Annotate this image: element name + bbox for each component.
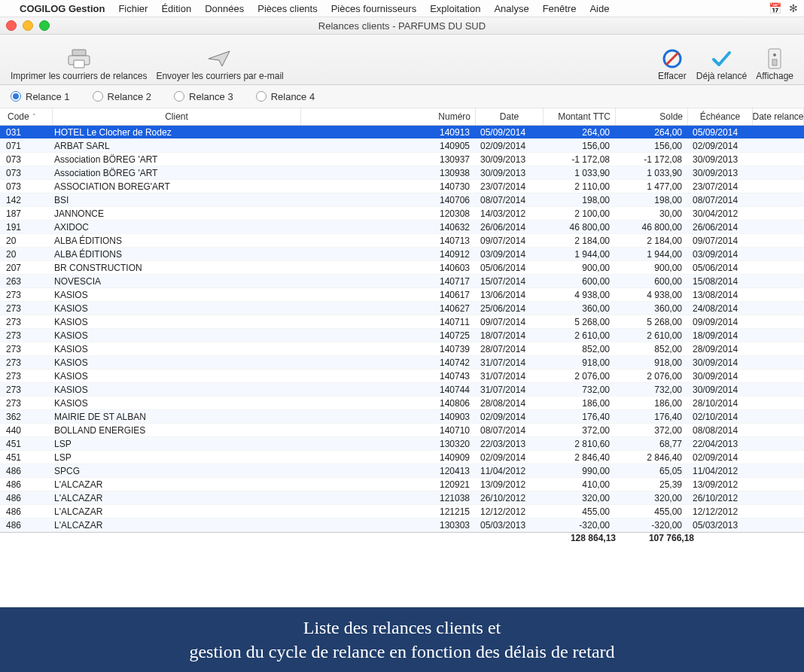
cell-solde: 600,00 (616, 275, 688, 287)
cell-solde: 732,00 (616, 383, 688, 396)
print-label: Imprimer les courriers de relances (11, 71, 147, 81)
col-montant[interactable]: Montant TTC (544, 108, 616, 125)
app-name[interactable]: COGILOG Gestion (20, 3, 105, 14)
table-row[interactable]: 486L'ALCAZAR13030305/03/2013-320,00-320,… (0, 518, 804, 532)
cell-code: 273 (0, 315, 53, 328)
cell-client: ALBA ÉDITIONS (53, 234, 301, 247)
cell-solde: 68,77 (616, 437, 688, 450)
table-row[interactable]: 191AXIDOC14063226/06/201446 800,0046 800… (0, 220, 804, 234)
table-row[interactable]: 20ALBA ÉDITIONS14071309/07/20142 184,002… (0, 234, 804, 248)
table-row[interactable]: 273KASIOS14073928/07/2014852,00852,0028/… (0, 342, 804, 356)
menu-analyse[interactable]: Analyse (494, 3, 528, 14)
col-code[interactable]: Code˄ (0, 108, 53, 125)
menu-fenetre[interactable]: Fenêtre (543, 3, 577, 14)
cell-date: 31/07/2014 (476, 356, 544, 369)
table-row[interactable]: 451LSP14090902/09/20142 846,402 846,4002… (0, 451, 804, 464)
cell-montant: 990,00 (544, 464, 616, 477)
cell-montant: 852,00 (544, 342, 616, 355)
table-row[interactable]: 142BSI14070608/07/2014198,00198,0008/07/… (0, 193, 804, 207)
cell-echeance: 26/06/2014 (688, 220, 753, 233)
table-row[interactable]: 273KASIOS14062725/06/2014360,00360,0024/… (0, 302, 804, 315)
table-row[interactable]: 273KASIOS14074331/07/20142 076,002 076,0… (0, 369, 804, 383)
cell-echeance: 26/10/2012 (688, 491, 753, 504)
table-row[interactable]: 486L'ALCAZAR12092113/09/2012410,0025,391… (0, 478, 804, 491)
table-row[interactable]: 486SPCG12041311/04/2012990,0065,0511/04/… (0, 464, 804, 478)
cell-code: 440 (0, 424, 53, 436)
cell-echeance: 02/09/2014 (688, 451, 753, 464)
menu-fichier[interactable]: Fichier (118, 3, 148, 14)
table-row[interactable]: 362MAIRIE DE ST ALBAN14090302/09/2014176… (0, 410, 804, 424)
col-numero[interactable]: Numéro (301, 108, 476, 125)
table-row[interactable]: 073ASSOCIATION BOREG'ART14073023/07/2014… (0, 180, 804, 193)
menu-pieces-fournisseurs[interactable]: Pièces fournisseurs (331, 3, 416, 14)
table-row[interactable]: 263NOVESCIA14071715/07/2014600,00600,001… (0, 275, 804, 288)
cell-date-relance (753, 315, 804, 328)
clear-button[interactable]: Effacer (653, 47, 692, 81)
table-row[interactable]: 073Association BÖREG 'ART13093830/09/201… (0, 166, 804, 180)
cell-date-relance (753, 275, 804, 287)
table-row[interactable]: 273KASIOS14074231/07/2014918,00918,0030/… (0, 356, 804, 369)
cell-code: 031 (0, 126, 53, 138)
table-row[interactable]: 486L'ALCAZAR12103826/10/2012320,00320,00… (0, 491, 804, 505)
table-row[interactable]: 451LSP13032022/03/20132 810,6068,7722/04… (0, 437, 804, 451)
cell-solde: 25,39 (616, 478, 688, 491)
col-solde[interactable]: Solde (616, 108, 688, 125)
menubar-calendar-icon[interactable]: 📅 (769, 2, 781, 14)
col-date-relance[interactable]: Date relance (753, 108, 804, 125)
table-row[interactable]: 071ARBAT SARL14090502/09/2014156,00156,0… (0, 139, 804, 153)
email-button[interactable]: Envoyer les courriers par e-mail (151, 47, 288, 81)
cell-solde: 2 184,00 (616, 234, 688, 247)
radio-relance-3[interactable]: Relance 3 (174, 91, 233, 102)
radio-relance-4[interactable]: Relance 4 (256, 91, 315, 102)
cell-date-relance (753, 342, 804, 355)
cell-date-relance (753, 356, 804, 369)
cell-client: ASSOCIATION BOREG'ART (53, 180, 301, 193)
radio-relance-1[interactable]: Relance 1 (11, 91, 70, 102)
radio-relance-2[interactable]: Relance 2 (93, 91, 152, 102)
table-row[interactable]: 207BR CONSTRUCTION14060305/06/2014900,00… (0, 261, 804, 275)
menu-exploitation[interactable]: Exploitation (430, 3, 480, 14)
table-row[interactable]: 273KASIOS14074431/07/2014732,00732,0030/… (0, 383, 804, 397)
menubar-gear-icon[interactable]: ✻ (789, 2, 798, 14)
cell-echeance: 30/04/2012 (688, 207, 753, 220)
cell-montant: 46 800,00 (544, 220, 616, 233)
cell-client: Association BÖREG 'ART (53, 153, 301, 166)
table-row[interactable]: 187JANNONCE12030814/03/20122 100,0030,00… (0, 207, 804, 220)
cell-echeance: 03/09/2014 (688, 248, 753, 260)
cell-montant: 918,00 (544, 356, 616, 369)
menu-edition[interactable]: Édition (161, 3, 191, 14)
table-row[interactable]: 20ALBA ÉDITIONS14091203/09/20141 944,001… (0, 248, 804, 261)
table-row[interactable]: 486L'ALCAZAR12121512/12/2012455,00455,00… (0, 505, 804, 518)
cell-code: 071 (0, 139, 53, 152)
cell-code: 362 (0, 410, 53, 423)
menu-aide[interactable]: Aide (589, 3, 609, 14)
table-row[interactable]: 273KASIOS14072518/07/20142 610,002 610,0… (0, 329, 804, 342)
cell-client: Association BÖREG 'ART (53, 166, 301, 179)
col-client[interactable]: Client (53, 108, 301, 125)
cell-client: ALBA ÉDITIONS (53, 248, 301, 260)
display-button[interactable]: Affichage (751, 47, 798, 81)
table-row[interactable]: 273KASIOS14071109/07/20145 268,005 268,0… (0, 315, 804, 329)
col-date[interactable]: Date (476, 108, 544, 125)
cell-code: 486 (0, 505, 53, 518)
cell-date: 26/06/2014 (476, 220, 544, 233)
table-row[interactable]: 440BOLLAND ENERGIES14071008/07/2014372,0… (0, 424, 804, 437)
cell-client: AXIDOC (53, 220, 301, 233)
print-button[interactable]: Imprimer les courriers de relances (6, 47, 151, 81)
table-row[interactable]: 273KASIOS14080628/08/2014186,00186,0028/… (0, 397, 804, 410)
menu-pieces-clients[interactable]: Pièces clients (257, 3, 317, 14)
table-row[interactable]: 073Association BÖREG 'ART13093730/09/201… (0, 153, 804, 166)
table-row[interactable]: 031HOTEL Le Clocher de Rodez14091305/09/… (0, 126, 804, 139)
done-label: Déjà relancé (696, 71, 747, 81)
cell-numero: 140713 (301, 234, 476, 247)
col-echeance[interactable]: Échéance (688, 108, 753, 125)
cell-solde: 65,05 (616, 464, 688, 477)
cell-date: 09/07/2014 (476, 315, 544, 328)
cell-numero: 140632 (301, 220, 476, 233)
cell-montant: 900,00 (544, 261, 616, 274)
table-row[interactable]: 273KASIOS14061713/06/20144 938,004 938,0… (0, 288, 804, 302)
cell-code: 073 (0, 180, 53, 193)
menu-donnees[interactable]: Données (205, 3, 244, 14)
done-button[interactable]: Déjà relancé (692, 47, 751, 81)
cell-numero: 140706 (301, 193, 476, 206)
